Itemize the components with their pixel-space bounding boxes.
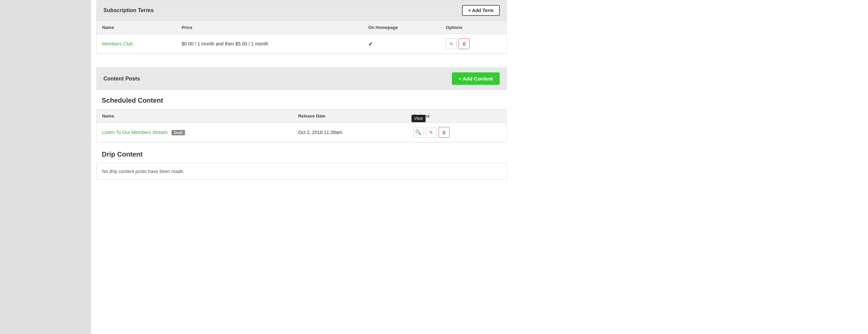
scheduled-content-title: Scheduled Content: [96, 90, 507, 109]
table-row: Listen To Our Members Stream Draft Oct 2…: [97, 123, 506, 142]
sched-release-date-cell: Oct 2, 2018 11:38am: [293, 123, 408, 142]
view-button-wrapper: View 🔍: [413, 127, 424, 138]
drip-empty-message: No drip content posts have been made.: [96, 163, 507, 180]
col-options: Options: [440, 21, 506, 34]
trash-icon: 🗑: [462, 41, 466, 46]
delete-term-button[interactable]: 🗑: [459, 38, 469, 49]
scheduled-content-section: Scheduled Content Name Release Date Opti…: [96, 90, 507, 142]
sched-name-link[interactable]: Listen To Our Members Stream: [102, 130, 167, 135]
term-options-group: ✎ 🗑: [446, 38, 501, 49]
trash-icon: 🗑: [442, 130, 446, 135]
term-name-link[interactable]: Members Club: [102, 41, 133, 46]
subscription-terms-title: Subscription Terms: [103, 7, 154, 13]
drip-content-section: Drip Content No drip content posts have …: [96, 142, 507, 180]
drip-content-title: Drip Content: [96, 142, 507, 163]
sched-options-group: View 🔍 ✎: [413, 127, 501, 138]
draft-badge: Draft: [172, 130, 185, 135]
content-posts-header: Content Posts + Add Content: [96, 67, 507, 90]
col-name: Name: [97, 21, 176, 34]
subscription-terms-header-row: Name Price On Homepage Options: [97, 21, 506, 34]
sched-col-name: Name: [97, 109, 293, 123]
term-name-cell: Members Club: [97, 34, 176, 54]
col-on-homepage: On Homepage: [363, 21, 440, 34]
add-content-button[interactable]: + Add Content: [452, 72, 500, 85]
spacer: [96, 54, 507, 67]
sched-name-cell: Listen To Our Members Stream Draft: [97, 123, 293, 142]
search-icon: 🔍: [415, 129, 422, 135]
col-price: Price: [176, 21, 363, 34]
delete-post-button[interactable]: 🗑: [439, 127, 450, 138]
sidebar: [0, 0, 91, 334]
edit-icon: ✎: [450, 41, 453, 46]
checkmark-icon: ✔: [368, 41, 373, 47]
scheduled-table-container: Name Release Date Options Listen To Our …: [96, 109, 507, 142]
subscription-terms-table: Name Price On Homepage Options Members C…: [97, 21, 506, 54]
scheduled-header-row: Name Release Date Options: [97, 109, 506, 123]
content-posts-title: Content Posts: [103, 76, 140, 82]
sched-col-options: Options: [408, 109, 506, 123]
view-button[interactable]: 🔍: [413, 127, 424, 138]
edit-post-button[interactable]: ✎: [426, 127, 437, 138]
subscription-terms-table-container: Name Price On Homepage Options Members C…: [96, 21, 507, 54]
term-options-cell: ✎ 🗑: [440, 34, 506, 54]
sched-options-cell: View 🔍 ✎: [408, 123, 506, 142]
table-row: Members Club $0.00 / 1 month and then $5…: [97, 34, 506, 54]
term-homepage-cell: ✔: [363, 34, 440, 54]
edit-icon: ✎: [429, 130, 433, 135]
scheduled-table: Name Release Date Options Listen To Our …: [97, 109, 506, 142]
subscription-terms-header: Subscription Terms + Add Term: [96, 0, 507, 21]
term-price-cell: $0.00 / 1 month and then $5.00 / 1 month: [176, 34, 363, 54]
sched-col-release-date: Release Date: [293, 109, 408, 123]
edit-term-button[interactable]: ✎: [446, 38, 457, 49]
add-term-button[interactable]: + Add Term: [462, 5, 500, 16]
main-content: Subscription Terms + Add Term Name Price…: [91, 0, 868, 334]
